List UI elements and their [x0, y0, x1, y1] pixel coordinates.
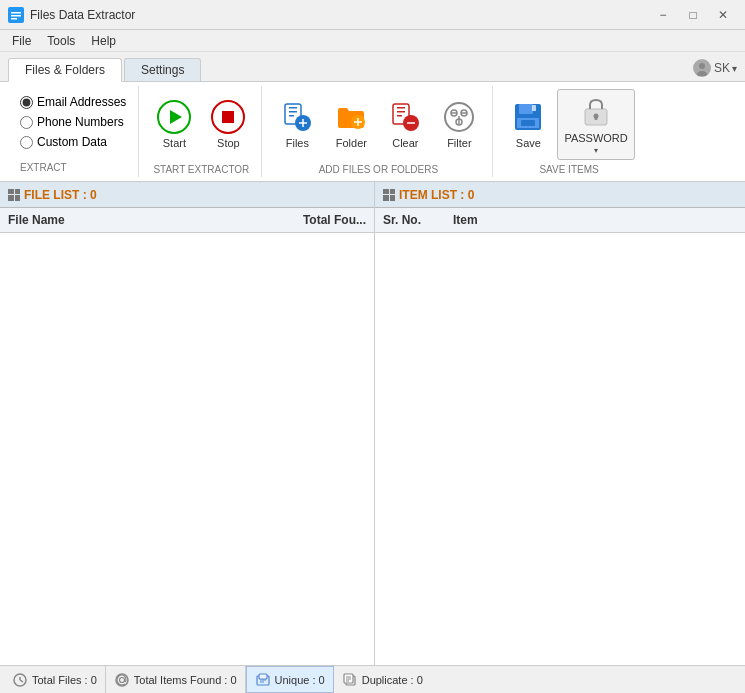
status-duplicate: Duplicate : 0 — [334, 666, 431, 693]
window-controls: − □ ✕ — [649, 5, 737, 25]
at-icon — [114, 672, 130, 688]
svg-rect-13 — [289, 115, 294, 117]
unique-icon — [255, 672, 271, 688]
save-icon — [510, 99, 546, 135]
item-panel-title: ITEM LIST : 0 — [399, 188, 474, 202]
svg-line-43 — [20, 680, 23, 682]
total-found-column-header: Total Fou... — [294, 211, 374, 229]
user-dropdown-icon: ▾ — [732, 63, 737, 74]
status-unique: Unique : 0 — [246, 666, 334, 693]
stop-button[interactable]: Stop — [203, 94, 253, 154]
svg-point-4 — [699, 63, 705, 69]
svg-rect-11 — [289, 107, 297, 109]
file-panel-header: FILE LIST : 0 — [0, 182, 374, 208]
radio-email[interactable]: Email Addresses — [20, 95, 126, 109]
filter-label: Filter — [447, 137, 471, 149]
svg-rect-19 — [358, 118, 360, 126]
svg-rect-3 — [11, 18, 17, 20]
title-bar: Files Data Extractor − □ ✕ — [0, 0, 745, 30]
start-label: Start — [163, 137, 186, 149]
file-table-header: File Name Total Fou... — [0, 208, 374, 233]
svg-rect-1 — [11, 12, 21, 14]
total-items-label: Total Items Found : 0 — [134, 674, 237, 686]
start-extractor-group: Start Stop START EXTRACTOR — [141, 86, 262, 177]
save-label: Save — [516, 137, 541, 149]
save-items-label: SAVE ITEMS — [539, 164, 598, 175]
svg-rect-2 — [11, 15, 21, 17]
file-panel: FILE LIST : 0 File Name Total Fou... — [0, 182, 375, 665]
extract-group-label: EXTRACT — [20, 162, 126, 173]
unique-label: Unique : 0 — [275, 674, 325, 686]
sr-no-column-header: Sr. No. — [375, 211, 445, 229]
files-icon — [279, 99, 315, 135]
radio-custom[interactable]: Custom Data — [20, 135, 126, 149]
user-label: SK — [714, 61, 730, 75]
start-extractor-label: START EXTRACTOR — [153, 164, 249, 175]
content-area: FILE LIST : 0 File Name Total Fou... ITE… — [0, 182, 745, 665]
password-button[interactable]: PASSWORD ▾ — [557, 89, 634, 160]
svg-rect-16 — [303, 119, 305, 127]
start-button[interactable]: Start — [149, 94, 199, 154]
total-files-label: Total Files : 0 — [32, 674, 97, 686]
save-items-content: Save PASSWORD ▾ — [503, 88, 634, 160]
svg-rect-35 — [532, 105, 536, 111]
folder-button[interactable]: Folder — [326, 94, 376, 154]
svg-rect-37 — [521, 120, 535, 126]
filter-icon — [441, 99, 477, 135]
item-panel-header: ITEM LIST : 0 — [375, 182, 745, 208]
tab-files-folders[interactable]: Files & Folders — [8, 58, 122, 82]
user-icon — [693, 59, 711, 77]
file-table-body — [0, 233, 374, 665]
svg-rect-21 — [397, 107, 405, 109]
svg-point-45 — [119, 677, 124, 682]
password-icon — [578, 94, 614, 130]
start-extractor-content: Start Stop — [149, 88, 253, 160]
maximize-button[interactable]: □ — [679, 5, 707, 25]
password-dropdown-icon: ▾ — [594, 146, 598, 155]
radio-phone[interactable]: Phone Numbers — [20, 115, 126, 129]
folder-icon — [333, 99, 369, 135]
file-panel-grid-icon — [8, 189, 20, 201]
svg-rect-47 — [259, 674, 267, 679]
filter-button[interactable]: Filter — [434, 94, 484, 154]
tab-bar: Files & Folders Settings SK ▾ — [0, 52, 745, 82]
files-label: Files — [286, 137, 309, 149]
menu-help[interactable]: Help — [83, 32, 124, 49]
duplicate-icon — [342, 672, 358, 688]
svg-point-5 — [697, 71, 707, 76]
start-icon — [156, 99, 192, 135]
user-area[interactable]: SK ▾ — [693, 59, 737, 81]
svg-rect-25 — [407, 122, 415, 124]
file-panel-title: FILE LIST : 0 — [24, 188, 97, 202]
svg-rect-40 — [595, 116, 598, 120]
stop-icon — [210, 99, 246, 135]
add-files-label: ADD FILES OR FOLDERS — [319, 164, 438, 175]
app-title: Files Data Extractor — [30, 8, 649, 22]
item-panel-grid-icon — [383, 189, 395, 201]
svg-rect-23 — [397, 115, 402, 117]
menu-file[interactable]: File — [4, 32, 39, 49]
status-total-items: Total Items Found : 0 — [106, 666, 246, 693]
status-bar: Total Files : 0 Total Items Found : 0 Un… — [0, 665, 745, 693]
ribbon: Email Addresses Phone Numbers Custom Dat… — [0, 82, 745, 182]
clear-button[interactable]: Clear — [380, 94, 430, 154]
item-panel: ITEM LIST : 0 Sr. No. Item — [375, 182, 745, 665]
menu-tools[interactable]: Tools — [39, 32, 83, 49]
add-files-group: Files Folder — [264, 86, 493, 177]
close-button[interactable]: ✕ — [709, 5, 737, 25]
clear-label: Clear — [392, 137, 418, 149]
status-total-files: Total Files : 0 — [8, 666, 106, 693]
svg-rect-34 — [519, 104, 533, 114]
save-button[interactable]: Save — [503, 94, 553, 154]
clock-icon — [12, 672, 28, 688]
files-button[interactable]: Files — [272, 94, 322, 154]
extract-group: Email Addresses Phone Numbers Custom Dat… — [8, 86, 139, 177]
tab-settings[interactable]: Settings — [124, 58, 201, 81]
password-label: PASSWORD — [564, 132, 627, 144]
svg-rect-22 — [397, 111, 405, 113]
item-column-header: Item — [445, 211, 745, 229]
minimize-button[interactable]: − — [649, 5, 677, 25]
menu-bar: File Tools Help — [0, 30, 745, 52]
item-table-body — [375, 233, 745, 665]
add-files-content: Files Folder — [272, 88, 484, 160]
